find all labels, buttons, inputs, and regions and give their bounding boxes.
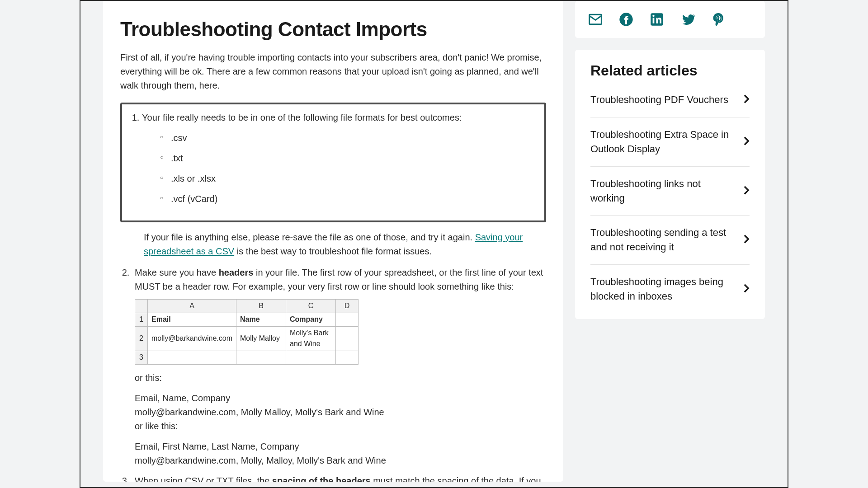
step-1-lead: Your file really needs to be in one of t… [142,113,462,122]
example-line: molly@barkandwine.com, Molly Malloy, Mol… [135,405,546,419]
cell: Email [148,313,236,326]
related-label: Troubleshooting Extra Space in Outlook D… [590,127,737,156]
related-label: Troubleshooting sending a test and not r… [590,225,737,254]
or-like-this-label: or like this: [135,419,546,433]
bold-text: headers [219,267,254,277]
step-2: Make sure you have headers in your file.… [132,266,546,468]
example-line: Email, Name, Company [135,391,546,405]
related-item[interactable]: Troubleshooting sending a test and not r… [590,216,750,265]
cell: Company [286,313,335,326]
facebook-icon[interactable] [618,12,634,27]
svg-point-4 [652,15,655,17]
or-this-label: or this: [135,371,546,385]
chevron-right-icon [743,185,750,197]
format-item: .txt [160,151,536,165]
cell: Molly's Bark and Wine [286,326,335,351]
example-line: Email, First Name, Last Name, Company [135,440,546,454]
spreadsheet-example: A B C D 1 Email Name Company [135,299,359,365]
chevron-right-icon [743,94,750,106]
cell [335,326,358,351]
text: If your file is anything else, please re… [144,232,475,242]
col-header: A [148,300,236,313]
step-1-continuation: If your file is anything else, please re… [120,230,546,258]
email-icon[interactable] [588,12,603,27]
cell: Molly Malloy [236,326,286,351]
article-main: Troubleshooting Contact Imports First of… [103,0,563,482]
sidebar: Related articles Troubleshooting PDF Vou… [575,1,765,487]
linkedin-icon[interactable] [649,12,665,27]
format-list: .csv .txt .xls or .xlsx .vcf (vCard) [142,131,536,206]
related-label: Troubleshooting PDF Vouchers [590,93,728,107]
cell [335,313,358,326]
page-title: Troubleshooting Contact Imports [120,18,546,41]
cell [286,351,335,365]
pinterest-icon[interactable] [711,12,726,27]
step-1: Your file really needs to be in one of t… [142,111,536,206]
chevron-right-icon [743,283,750,295]
step-3: When using CSV or TXT files, the spacing… [132,474,546,482]
chevron-right-icon [743,234,750,246]
cell: molly@barkandwine.com [148,326,236,351]
bold-text: spacing of the headers [272,476,371,482]
format-item: .csv [160,131,536,145]
text: is the best way to troubleshoot file for… [234,246,432,256]
format-item: .xls or .xlsx [160,172,536,186]
related-item[interactable]: Troubleshooting Extra Space in Outlook D… [590,117,750,167]
col-header: B [236,300,286,313]
cell [148,351,236,365]
related-item[interactable]: Troubleshooting PDF Vouchers [590,89,750,117]
row-number: 3 [135,351,148,365]
chevron-right-icon [743,136,750,148]
text: Make sure you have [135,267,219,277]
cell: Name [236,313,286,326]
corner-cell [135,300,148,313]
svg-rect-3 [653,18,655,23]
text: When using CSV or TXT files, the [135,476,272,482]
file-formats-box: Your file really needs to be in one of t… [120,103,546,222]
row-number: 2 [135,326,148,351]
related-articles-card: Related articles Troubleshooting PDF Vou… [575,50,765,319]
related-item[interactable]: Troubleshooting images being blocked in … [590,265,750,314]
twitter-icon[interactable] [680,12,695,27]
related-item[interactable]: Troubleshooting links not working [590,167,750,216]
row-number: 1 [135,313,148,326]
example-line: molly@barkandwine.com, Molly, Malloy, Mo… [135,454,546,468]
related-heading: Related articles [590,62,750,79]
text-example-1: Email, Name, Company molly@barkandwine.c… [135,391,546,433]
related-label: Troubleshooting images being blocked in … [590,275,737,304]
text-example-2: Email, First Name, Last Name, Company mo… [135,440,546,468]
cell [236,351,286,365]
intro-paragraph: First of all, if you're having trouble i… [120,51,546,93]
col-header: C [286,300,335,313]
col-header: D [335,300,358,313]
share-card [575,1,765,38]
related-label: Troubleshooting links not working [590,177,737,206]
format-item: .vcf (vCard) [160,192,536,206]
cell [335,351,358,365]
